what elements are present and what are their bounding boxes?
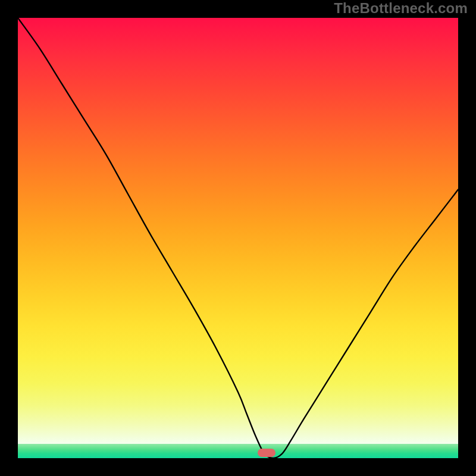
watermark-text: TheBottleneck.com bbox=[334, 0, 468, 17]
curve-svg bbox=[18, 18, 458, 458]
bottleneck-curve bbox=[18, 18, 458, 458]
minimum-marker bbox=[258, 449, 275, 457]
chart-stage: TheBottleneck.com bbox=[0, 0, 476, 476]
plot-area bbox=[18, 18, 458, 458]
